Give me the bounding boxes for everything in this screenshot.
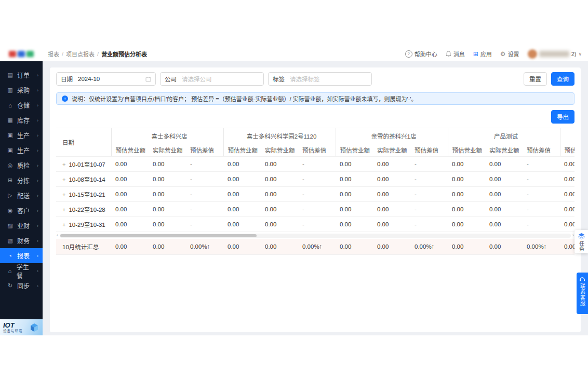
sidebar-item-分拣[interactable]: ⊞分拣› [0, 173, 43, 188]
value-cell: - [186, 157, 223, 172]
topbar-actions: ? 帮助中心 消息 ⊞ 应用 ⚙ 设置 2) [405, 49, 588, 59]
sub-header: 预估营业额 [111, 143, 149, 157]
sidebar-item-采购[interactable]: ▥采购› [0, 83, 43, 98]
sidebar-item-生产[interactable]: ▣生产› [0, 143, 43, 158]
value-cell: 0.00 [111, 217, 149, 232]
apps-button[interactable]: ⊞ 应用 [473, 50, 492, 58]
value-cell: - [186, 217, 223, 232]
breadcrumb-item[interactable]: 项目点报表 [66, 50, 95, 58]
tag-filter[interactable]: 标签 请选择标签 [268, 72, 372, 86]
settings-button[interactable]: ⚙ 设置 [500, 50, 519, 58]
query-button[interactable]: 查询 [551, 72, 574, 86]
menu-icon: ⌂ [7, 268, 13, 274]
chevron-right-icon: › [37, 208, 38, 213]
value-cell: - [410, 157, 448, 172]
sidebar-item-库存[interactable]: ▦库存› [0, 113, 43, 128]
value-cell: 0.00 [261, 172, 298, 187]
export-button[interactable]: 导出 [551, 110, 574, 124]
chevron-right-icon: › [37, 163, 38, 168]
sidebar-item-生产[interactable]: ▣生产› [0, 128, 43, 143]
settings-label: 设置 [508, 50, 519, 58]
sidebar-item-同步[interactable]: ↻同步› [0, 278, 43, 293]
apps-grid-icon: ⊞ [473, 51, 478, 57]
table-row: +10-15至10-210.000.00-0.000.00-0.000.00-0… [56, 187, 574, 202]
menu-label: 分拣 [17, 176, 30, 185]
value-cell: - [523, 187, 560, 202]
sidebar-menu: ▤订单›▥采购›⌂仓储›▦库存›▣生产›▣生产›◎质检›⊞分拣›▷配送›◉客户›… [0, 67, 43, 293]
expand-row-button[interactable]: + [62, 177, 65, 183]
sidebar-item-报表[interactable]: ◔报表› [0, 248, 43, 263]
chevron-right-icon: › [37, 103, 38, 108]
value-cell: 0.00 [261, 187, 298, 202]
menu-label: 生产 [17, 131, 30, 140]
menu-label: 报表 [17, 251, 30, 260]
menu-label: 采购 [17, 86, 30, 94]
user-menu[interactable]: 2) ∨ [528, 49, 582, 59]
expand-row-button[interactable]: + [62, 222, 65, 228]
value-cell: 0.00 [111, 202, 149, 217]
group-header: 喜士多科兴店 [111, 128, 223, 144]
value-cell: 0.00 [485, 217, 523, 232]
chevron-right-icon: › [37, 178, 38, 183]
task-fab[interactable]: 任务 [574, 230, 588, 253]
expand-row-button[interactable]: + [62, 207, 65, 213]
chevron-right-icon: › [37, 148, 38, 153]
page: 报表/项目点报表/营业额预估分析表 ? 帮助中心 消息 ⊞ 应用 ⚙ 设置 [0, 0, 588, 380]
messages-button[interactable]: 消息 [446, 50, 465, 58]
value-cell: 0.00 [448, 187, 485, 202]
sidebar-item-学生餐[interactable]: ⌂学生餐› [0, 263, 43, 278]
summary-pct-cell: 0.00%↑ [410, 239, 448, 255]
reset-button[interactable]: 重置 [524, 72, 547, 86]
summary-value-cell: 0.00 [223, 239, 261, 255]
contact-support-fab[interactable]: 联系客服 [577, 273, 588, 314]
shell: ▤订单›▥采购›⌂仓储›▦库存›▣生产›▣生产›◎质检›⊞分拣›▷配送›◉客户›… [0, 61, 588, 335]
date-filter[interactable]: 日期 2024-10 [56, 72, 156, 86]
sub-header: 预估差值 [186, 143, 223, 157]
notice-banner: ! 说明：仅统计设置为'自营项目点/档口'的客户； 预估差异 =（预估营业额-实… [56, 92, 574, 105]
menu-icon: ⊞ [7, 177, 14, 184]
app-logo [0, 47, 43, 61]
chevron-right-icon: › [37, 88, 38, 93]
table-row: +10-29至10-310.000.00-0.000.00-0.000.00-0… [56, 217, 574, 232]
expand-row-button[interactable]: + [62, 192, 65, 198]
menu-icon: ▨ [7, 222, 14, 229]
app-logo-blurred [9, 51, 34, 57]
value-cell: - [186, 202, 223, 217]
sidebar-item-客户[interactable]: ◉客户› [0, 203, 43, 218]
scroll-left-arrow[interactable]: ‹ [56, 233, 59, 238]
sidebar-item-配送[interactable]: ▷配送› [0, 188, 43, 203]
sidebar-item-业财[interactable]: ▨业财› [0, 218, 43, 233]
help-center-button[interactable]: ? 帮助中心 [405, 50, 437, 58]
row-date-cell: +10-01至10-07 [56, 157, 111, 172]
sidebar-item-质检[interactable]: ◎质检› [0, 158, 43, 173]
summary-value-cell: 0.00 [373, 239, 410, 255]
bell-icon [446, 51, 451, 57]
value-cell: - [186, 187, 223, 202]
summary-row: 10月统计汇总0.000.000.00%↑0.000.000.00%↑0.000… [56, 239, 574, 255]
company-filter[interactable]: 公司 请选择公司 [160, 72, 264, 86]
table-row: +10-01至10-070.000.00-0.000.00-0.000.00-0… [56, 157, 574, 172]
value-cell: - [298, 217, 336, 232]
value-cell: - [298, 172, 336, 187]
summary-value-cell: 0.00 [336, 239, 373, 255]
menu-icon: ↻ [7, 282, 14, 289]
breadcrumb-item[interactable]: 报表 [48, 50, 59, 58]
menu-label: 学生餐 [17, 262, 33, 280]
menu-label: 质检 [17, 161, 30, 170]
summary-value-cell: 0.00 [261, 239, 298, 255]
value-cell: - [523, 202, 560, 217]
sidebar-item-订单[interactable]: ▤订单› [0, 67, 43, 83]
iot-brand: IOT 设备与环境 [0, 319, 43, 335]
expand-row-button[interactable]: + [62, 161, 65, 168]
summary-value-cell: 0.00 [485, 239, 523, 255]
value-cell: 0.00 [223, 172, 261, 187]
sidebar-item-财务[interactable]: ▧财务› [0, 233, 43, 248]
hscrollbar-track[interactable] [60, 234, 571, 238]
sidebar-item-仓储[interactable]: ⌂仓储› [0, 98, 43, 113]
value-cell: - [523, 217, 560, 232]
summary-value-cell: 0.00 [111, 239, 149, 255]
gear-icon: ⚙ [500, 51, 506, 57]
hscrollbar-thumb[interactable] [60, 234, 257, 237]
topbar: 报表/项目点报表/营业额预估分析表 ? 帮助中心 消息 ⊞ 应用 ⚙ 设置 [0, 47, 588, 61]
value-cell: 0.00 [261, 217, 298, 232]
